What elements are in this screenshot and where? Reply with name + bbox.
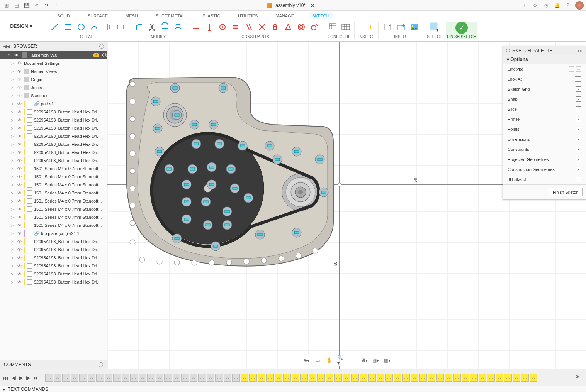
tl-start-icon[interactable]: ⏮: [3, 375, 8, 381]
visibility-icon[interactable]: 👁: [16, 271, 22, 277]
component-box-icon[interactable]: [27, 158, 32, 163]
timeline-track[interactable]: [45, 374, 571, 382]
expand-icon[interactable]: ▷: [11, 256, 15, 260]
timeline-feature[interactable]: [513, 374, 520, 382]
timeline-feature[interactable]: [139, 374, 146, 382]
text-commands-bar[interactable]: ▸ TEXT COMMANDS: [0, 386, 586, 392]
timeline-feature[interactable]: [122, 374, 129, 382]
expand-icon[interactable]: ▷: [11, 126, 15, 130]
visibility-icon[interactable]: 👁: [16, 182, 22, 188]
component-box-icon[interactable]: [27, 198, 32, 204]
tree-row[interactable]: ▷👁1501 Series M4 x 0.7mm Standoft...: [0, 213, 107, 221]
timeline-settings-icon[interactable]: ⚙: [575, 374, 583, 382]
palette-expand-icon[interactable]: ▸▸: [578, 48, 583, 53]
tree-row[interactable]: ▷👁92095A193_Button Head Hex Dri...: [0, 108, 107, 116]
expand-icon[interactable]: ▷: [11, 191, 15, 195]
fix-constraint-icon[interactable]: [270, 22, 280, 32]
timeline-feature[interactable]: [521, 374, 529, 382]
tree-row[interactable]: ▷👁1501 Series M4 x 0.7mm Standoft...: [0, 172, 107, 181]
component-box-icon[interactable]: [27, 150, 32, 155]
linetype-toggle[interactable]: ⋰▭: [569, 66, 581, 72]
visibility-icon[interactable]: 👁: [16, 198, 22, 204]
expand-icon[interactable]: ▷: [11, 102, 15, 106]
expand-icon[interactable]: ▷: [11, 134, 15, 138]
visibility-icon[interactable]: 👁: [16, 263, 22, 269]
expand-icon[interactable]: ▷: [11, 86, 15, 90]
tree-row[interactable]: ▷👁1501 Series M4 x 0.7mm Standoft...: [0, 197, 107, 205]
tl-prev-icon[interactable]: ◀: [12, 375, 16, 381]
user-avatar[interactable]: [575, 1, 584, 10]
concentric-constraint-icon[interactable]: [296, 22, 307, 32]
ribbon-tab-manage[interactable]: MANAGE: [272, 12, 297, 19]
visibility-icon[interactable]: 👁: [16, 206, 22, 212]
ribbon-tab-mesh[interactable]: MESH: [122, 12, 141, 19]
ribbon-tab-solid[interactable]: SOLID: [54, 12, 73, 19]
timeline-feature[interactable]: [317, 374, 325, 382]
tree-row[interactable]: ▷👁Joints: [0, 83, 107, 91]
palette-section-options[interactable]: ▾ Options: [503, 55, 586, 64]
visibility-icon[interactable]: 👁: [16, 247, 22, 252]
checkbox[interactable]: [576, 147, 581, 152]
visibility-icon[interactable]: 👁: [16, 223, 22, 228]
new-file-icon[interactable]: ▤: [12, 1, 21, 10]
checkbox[interactable]: [576, 86, 581, 92]
create-label[interactable]: CREATE: [80, 35, 95, 39]
help-icon[interactable]: ?: [564, 2, 571, 9]
expand-icon[interactable]: ▷: [11, 118, 15, 122]
insert-label[interactable]: INSERT: [394, 35, 408, 39]
activate-icon[interactable]: ⊙: [102, 53, 107, 57]
tangent-constraint-icon[interactable]: [309, 22, 320, 32]
close-tab-icon[interactable]: ✕: [309, 2, 316, 8]
timeline-feature[interactable]: [504, 374, 512, 382]
timeline-feature[interactable]: [190, 374, 197, 382]
tree-row[interactable]: ▷👁1501 Series M4 x 0.7mm Standoft...: [0, 205, 107, 213]
orbit-icon[interactable]: ⊕▾: [302, 357, 310, 364]
expand-icon[interactable]: ▷: [11, 159, 15, 162]
visibility-icon[interactable]: 👁: [16, 93, 22, 98]
tree-row[interactable]: ▷👁🔗top plate (cnc) v21:1: [0, 229, 107, 237]
timeline-feature[interactable]: [224, 374, 231, 382]
expand-icon[interactable]: ▷: [11, 61, 15, 65]
insert-image-icon[interactable]: [409, 22, 420, 32]
timeline-feature[interactable]: [292, 374, 299, 382]
vertical-constraint-icon[interactable]: [204, 22, 215, 32]
tree-row[interactable]: ▷👁92095A193_Button Head Hex Dri...: [0, 116, 107, 124]
timeline-feature[interactable]: [156, 374, 163, 382]
redo-icon[interactable]: ↷: [42, 1, 51, 10]
finish-sketch-palette-button[interactable]: Finish Sketch: [549, 188, 583, 196]
timeline-feature[interactable]: [249, 374, 257, 382]
timeline-feature[interactable]: [113, 374, 121, 382]
timeline-feature[interactable]: [232, 374, 240, 382]
save-icon[interactable]: 💾: [22, 1, 31, 10]
tree-row[interactable]: ▷👁92095A193_Button Head Hex Dri...: [0, 140, 107, 148]
lookat-button[interactable]: [575, 76, 581, 82]
component-box-icon[interactable]: [27, 279, 32, 285]
component-box-icon[interactable]: [27, 117, 32, 123]
visibility-icon[interactable]: 👁: [16, 166, 22, 171]
browser-options-icon[interactable]: [99, 44, 104, 49]
timeline-feature[interactable]: [105, 374, 112, 382]
visibility-icon[interactable]: 👁: [16, 142, 22, 147]
visibility-icon[interactable]: 👁: [16, 125, 22, 131]
tree-row[interactable]: ▷👁Sketches: [0, 91, 107, 100]
tl-end-icon[interactable]: ⏭: [34, 375, 39, 381]
visibility-icon[interactable]: 👁: [16, 255, 22, 260]
timeline-feature[interactable]: [71, 374, 78, 382]
tl-play-icon[interactable]: ▶: [19, 375, 23, 381]
expand-icon[interactable]: ▷: [11, 142, 15, 146]
coincident-constraint-icon[interactable]: [217, 22, 228, 32]
component-box-icon[interactable]: [27, 133, 32, 139]
tree-row[interactable]: ▷👁92095A193_Button Head Hex Dri...: [0, 262, 107, 270]
tree-row[interactable]: ▷👁Origin: [0, 75, 107, 83]
tree-root[interactable]: ▿ 👁 .assembly v10 ⚠ ⊙: [0, 51, 107, 59]
comments-options-icon[interactable]: [99, 362, 103, 367]
visibility-icon[interactable]: 👁: [13, 52, 19, 58]
timeline-feature[interactable]: [326, 374, 333, 382]
circle-tool-icon[interactable]: [76, 22, 87, 32]
mirror-tool-icon[interactable]: [102, 22, 113, 32]
timeline-feature[interactable]: [453, 374, 461, 382]
expand-icon[interactable]: ▷: [11, 167, 15, 171]
palette-header[interactable]: SKETCH PALETTE ▸▸: [503, 46, 586, 55]
visibility-icon[interactable]: 👁: [16, 101, 22, 106]
offset-tool-icon[interactable]: [173, 22, 183, 32]
